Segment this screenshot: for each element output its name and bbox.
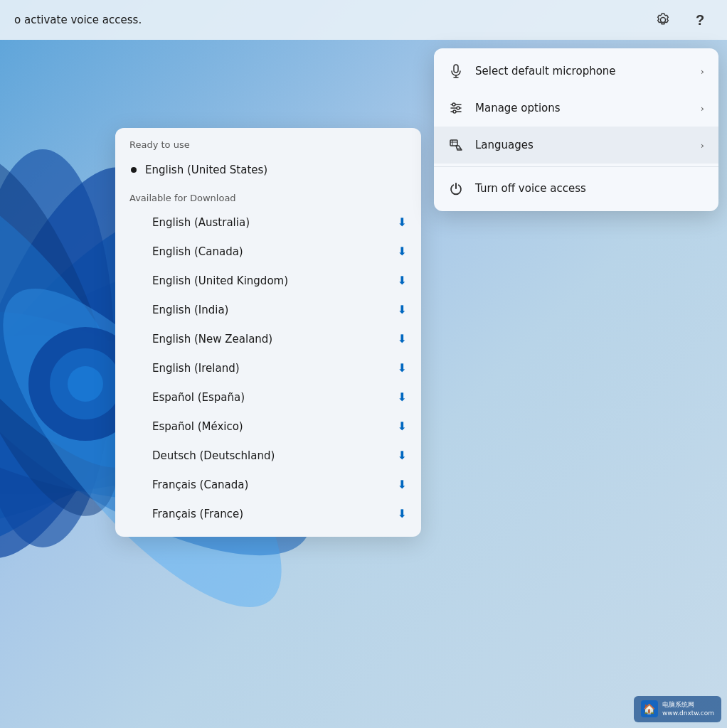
language-label-english-us: English (United States) [145, 164, 267, 176]
top-bar: o activate voice access. ? [0, 0, 727, 40]
language-item-english-in[interactable]: English (India) ⬇ [115, 295, 421, 324]
watermark: 🏠 电脑系统网 www.dnxtw.com [634, 696, 721, 722]
language-item-english-uk[interactable]: English (United Kingdom) ⬇ [115, 266, 421, 295]
chevron-right-icon: › [701, 66, 704, 77]
menu-item-turn-off[interactable]: Turn off voice access [434, 170, 718, 207]
svg-point-12 [68, 366, 103, 402]
language-label-english-in: English (India) [152, 304, 228, 316]
language-item-espanol-mx[interactable]: Español (México) ⬇ [115, 412, 421, 441]
svg-rect-13 [454, 65, 458, 73]
language-label-francais-ca: Français (Canada) [152, 478, 248, 491]
menu-item-select-microphone[interactable]: Select default microphone › [434, 53, 718, 90]
available-section: Available for Download English (Australi… [115, 190, 421, 528]
download-icon-1: ⬇ [398, 215, 407, 229]
download-icon-5: ⬇ [398, 332, 407, 346]
chevron-right-icon-2: › [701, 103, 704, 114]
power-icon [448, 181, 464, 196]
language-item-english-ca[interactable]: English (Canada) ⬇ [115, 237, 421, 266]
available-section-title: Available for Download [115, 190, 421, 208]
top-bar-icons: ? [650, 7, 713, 33]
download-icon-6: ⬇ [398, 361, 407, 375]
language-item-english-au[interactable]: English (Australia) ⬇ [115, 208, 421, 237]
download-icon-3: ⬇ [398, 274, 407, 287]
download-icon-7: ⬇ [398, 390, 407, 404]
watermark-text: 电脑系统网 www.dnxtw.com [662, 700, 714, 718]
language-item-english-us[interactable]: English (United States) [115, 156, 421, 184]
watermark-logo: 🏠 [641, 700, 658, 717]
svg-point-19 [457, 107, 460, 109]
language-label-francais-fr: Français (France) [152, 508, 243, 520]
watermark-line1: 电脑系统网 [662, 700, 714, 710]
ready-section-title: Ready to use [115, 139, 421, 156]
language-item-espanol-es[interactable]: Español (España) ⬇ [115, 382, 421, 412]
languages-submenu: Ready to use English (United States) Ava… [115, 128, 421, 537]
svg-point-17 [452, 103, 455, 106]
chevron-right-icon-3: › [701, 140, 704, 151]
language-icon [448, 137, 464, 153]
language-label-english-ie: English (Ireland) [152, 362, 240, 375]
language-label-english-uk: English (United Kingdom) [152, 274, 288, 287]
language-label-english-nz: English (New Zealand) [152, 333, 272, 346]
help-icon: ? [696, 12, 704, 28]
gear-icon [655, 12, 671, 28]
language-item-deutsch[interactable]: Deutsch (Deutschland) ⬇ [115, 441, 421, 470]
menu-item-manage-options[interactable]: Manage options › [434, 90, 718, 127]
menu-item-label-manage-options: Manage options [475, 102, 689, 114]
download-icon-2: ⬇ [398, 245, 407, 258]
menu-item-label-microphone: Select default microphone [475, 65, 689, 77]
download-icon-4: ⬇ [398, 303, 407, 316]
menu-item-languages[interactable]: Languages › [434, 127, 718, 164]
selected-bullet [131, 167, 137, 173]
help-button[interactable]: ? [687, 7, 713, 33]
language-item-english-nz[interactable]: English (New Zealand) ⬇ [115, 324, 421, 353]
download-icon-9: ⬇ [398, 449, 407, 462]
language-item-francais-fr[interactable]: Français (France) ⬇ [115, 499, 421, 528]
download-icon-10: ⬇ [398, 478, 407, 491]
microphone-icon [448, 63, 464, 79]
language-item-francais-ca[interactable]: Français (Canada) ⬇ [115, 470, 421, 499]
language-label-english-ca: English (Canada) [152, 245, 243, 258]
menu-item-label-turn-off: Turn off voice access [475, 182, 704, 195]
menu-item-label-languages: Languages [475, 139, 689, 151]
settings-button[interactable] [650, 7, 676, 33]
language-label-deutsch: Deutsch (Deutschland) [152, 449, 275, 462]
download-icon-11: ⬇ [398, 507, 407, 520]
menu-divider [434, 166, 718, 167]
language-item-english-ie[interactable]: English (Ireland) ⬇ [115, 353, 421, 382]
main-context-menu: Select default microphone › Manage optio… [434, 48, 718, 211]
download-icon-8: ⬇ [398, 419, 407, 433]
language-label-espanol-es: Español (España) [152, 391, 245, 404]
language-label-espanol-mx: Español (México) [152, 420, 243, 433]
svg-point-21 [453, 110, 456, 113]
top-bar-title: o activate voice access. [14, 14, 142, 26]
sliders-icon [448, 100, 464, 116]
svg-rect-22 [450, 140, 457, 146]
language-label-english-au: English (Australia) [152, 216, 250, 229]
watermark-line2: www.dnxtw.com [662, 709, 714, 718]
